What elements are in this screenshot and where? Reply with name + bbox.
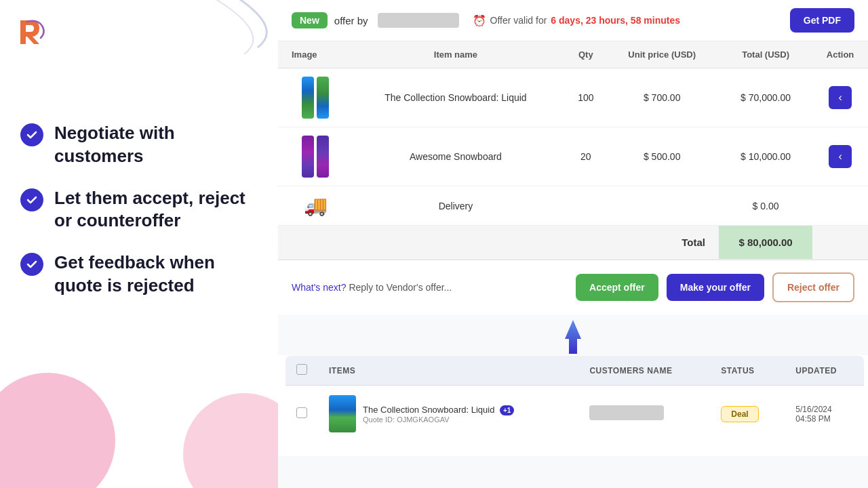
col-items: ITEMS (318, 356, 578, 386)
row-status: Deal (710, 386, 785, 443)
blob-bottom-left (0, 373, 115, 488)
col-qty: Qty (566, 41, 605, 68)
plus-badge: +1 (500, 405, 514, 415)
row-customer-name (578, 386, 710, 443)
row1-unit-price: $ 700.00 (605, 68, 719, 127)
check-icon-negotiate (20, 123, 43, 146)
col-image: Image (278, 41, 345, 68)
bottom-table-container: ITEMS CUSTOMERS NAME STATUS UPDATED (278, 355, 868, 456)
bottom-table-row: The Collection Snowboard: Liquid +1 Quot… (285, 386, 865, 443)
select-all-checkbox[interactable] (296, 364, 307, 375)
col-status: STATUS (710, 356, 785, 386)
customer-name-placeholder (589, 405, 664, 420)
row1-image-cell (278, 68, 345, 127)
timer-countdown: 6 days, 23 hours, 58 minutes (551, 15, 680, 26)
item-details: The Collection Snowboard: Liquid +1 Quot… (363, 405, 514, 424)
offer-valid-label: Offer valid for (490, 15, 547, 26)
row3-unit-price (605, 186, 719, 226)
offer-header: New offer by ⏰ Offer valid for 6 days, 2… (278, 0, 868, 41)
row3-total: $ 0.00 (719, 186, 812, 226)
row3-action (812, 186, 868, 226)
col-select-all (285, 356, 319, 386)
get-pdf-button[interactable]: Get PDF (790, 8, 854, 33)
row1-name: The Collection Snowboard: Liquid (345, 68, 567, 127)
whats-next-container: What's next? Reply to Vendor's offer... (292, 282, 452, 293)
blob-bottom-right (183, 393, 278, 488)
col-total: Total (USD) (719, 41, 812, 68)
whats-next-reply-text: Reply to Vendor's offer... (349, 282, 452, 293)
item-name: The Collection Snowboard: Liquid +1 (363, 405, 514, 415)
row1-qty: 100 (566, 68, 605, 127)
quote-id: Quote ID: OJMGKAOGAV (363, 415, 514, 424)
row2-action: ‹ (812, 127, 868, 186)
make-offer-button[interactable]: Make your offer (667, 274, 764, 301)
status-badge: Deal (721, 406, 758, 422)
bottom-table: ITEMS CUSTOMERS NAME STATUS UPDATED (285, 355, 865, 443)
blob-top-decoration (41, 0, 271, 54)
row2-name: Awesome Snowboard (345, 127, 567, 186)
row2-qty: 20 (566, 127, 605, 186)
actions-bar: What's next? Reply to Vendor's offer... … (278, 260, 868, 314)
col-updated: UPDATED (785, 356, 864, 386)
quote-table: Image Item name Qty Unit price (USD) Tot… (278, 41, 868, 260)
row2-unit-price: $ 500.00 (605, 127, 719, 186)
table-row: Awesome Snowboard 20 $ 500.00 $ 10,000.0… (278, 127, 868, 186)
row1-action-button[interactable]: ‹ (829, 86, 852, 109)
features-list: Negotiate with customers Let them accept… (20, 122, 264, 317)
arrow-down-indicator (278, 314, 868, 355)
total-row: Total $ 80,000.00 (278, 226, 868, 260)
row2-total: $ 10,000.00 (719, 127, 812, 186)
row2-action-button[interactable]: ‹ (829, 145, 852, 168)
snowboard-img-1a (302, 77, 314, 119)
row3-image-cell: 🚚 (278, 186, 345, 226)
row-checkbox[interactable] (296, 407, 307, 418)
feature-item-negotiate: Negotiate with customers (20, 122, 264, 168)
row-checkbox-cell (285, 386, 319, 443)
table-row: 🚚 Delivery $ 0.00 (278, 186, 868, 226)
feature-item-accept-reject: Let them accept, reject or counteroffer (20, 187, 264, 233)
feature-text-negotiate: Negotiate with customers (54, 122, 264, 168)
row3-qty (566, 186, 605, 226)
offer-by-name-placeholder (378, 13, 459, 28)
logo[interactable] (14, 14, 51, 51)
col-unit-price: Unit price (USD) (605, 41, 719, 68)
feature-item-feedback: Get feedback when quote is rejected (20, 251, 264, 298)
offer-by-label: offer by (334, 15, 368, 26)
svg-marker-1 (565, 320, 581, 354)
check-icon-accept-reject (20, 188, 43, 211)
timer-icon: ⏰ (473, 14, 486, 27)
quote-table-container: Image Item name Qty Unit price (USD) Tot… (278, 41, 868, 260)
item-thumbnail (329, 395, 356, 432)
new-badge: New (292, 12, 328, 28)
whats-next-link[interactable]: What's next? (292, 282, 347, 293)
right-panel: New offer by ⏰ Offer valid for 6 days, 2… (278, 0, 868, 488)
feature-text-feedback: Get feedback when quote is rejected (54, 251, 264, 298)
row1-total: $ 70,000.00 (719, 68, 812, 127)
accept-offer-button[interactable]: Accept offer (576, 274, 658, 301)
col-item-name: Item name (345, 41, 567, 68)
item-name-text: The Collection Snowboard: Liquid (363, 405, 494, 415)
feature-text-accept-reject: Let them accept, reject or counteroffer (54, 187, 264, 233)
total-value: $ 80,000.00 (719, 226, 812, 260)
updated-date: 5/16/2024 (795, 405, 853, 414)
left-panel: Negotiate with customers Let them accept… (0, 0, 278, 488)
updated-time: 04:58 PM (795, 414, 853, 424)
col-customers-name: CUSTOMERS NAME (578, 356, 710, 386)
offer-timer: ⏰ Offer valid for 6 days, 23 hours, 58 m… (473, 14, 680, 27)
total-action-empty (812, 226, 868, 260)
reject-offer-button[interactable]: Reject offer (772, 272, 854, 302)
total-label: Total (605, 226, 719, 260)
item-info: The Collection Snowboard: Liquid +1 Quot… (329, 395, 568, 432)
total-empty (278, 226, 605, 260)
delivery-icon: 🚚 (304, 195, 328, 216)
snowboard-img-2b (317, 136, 329, 178)
row2-image-cell (278, 127, 345, 186)
row-updated: 5/16/2024 04:58 PM (785, 386, 864, 443)
row-item-cell: The Collection Snowboard: Liquid +1 Quot… (318, 386, 578, 443)
table-row: The Collection Snowboard: Liquid 100 $ 7… (278, 68, 868, 127)
check-icon-feedback (20, 253, 43, 276)
row3-name: Delivery (345, 186, 567, 226)
snowboard-img-1b (317, 77, 329, 119)
snowboard-img-2a (302, 136, 314, 178)
col-action: Action (812, 41, 868, 68)
